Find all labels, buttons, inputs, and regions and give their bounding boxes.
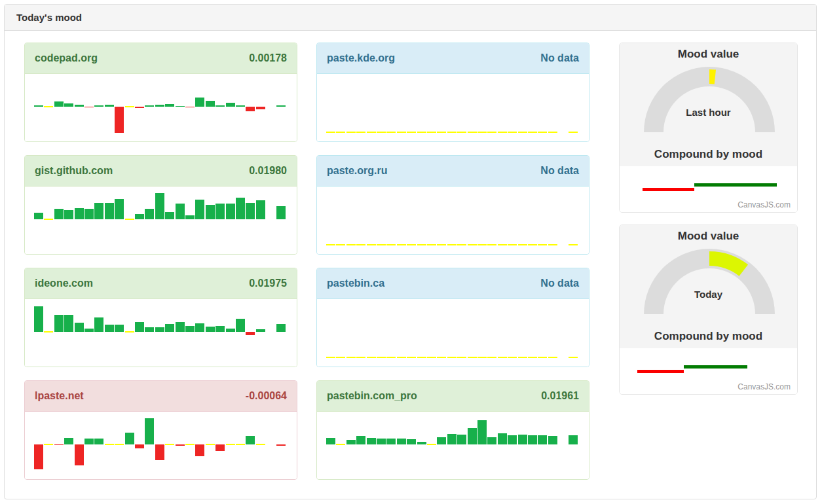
site-mood-value: 0.01961 (541, 390, 579, 402)
bar-positive (54, 209, 64, 219)
bar-positive (206, 205, 215, 219)
zero-dash (226, 444, 235, 445)
bar-positive (75, 208, 84, 219)
bar-positive (84, 329, 94, 332)
bar-positive (75, 323, 84, 332)
bar-positive (246, 436, 255, 444)
bar-positive (185, 326, 195, 332)
compound-positive-bar (684, 365, 747, 369)
bar-positive (468, 428, 477, 444)
bar-positive (34, 213, 43, 219)
bar-positive (34, 306, 43, 332)
bar-positive (145, 209, 154, 219)
zero-dash (165, 444, 174, 445)
bar-positive (155, 193, 164, 219)
bar-positive (84, 209, 94, 219)
zero-dash (447, 132, 457, 133)
zero-dash (528, 244, 537, 245)
zero-dash (498, 132, 507, 133)
bar-positive (54, 101, 64, 107)
bar-negative (246, 332, 255, 335)
bar-positive (206, 101, 215, 107)
bar-positive (256, 200, 265, 219)
zero-dash (417, 244, 426, 245)
bar-positive (84, 439, 94, 444)
site-mood-value: -0.00064 (246, 390, 287, 402)
bar-positive (145, 327, 154, 332)
zero-dash (125, 219, 134, 220)
zero-dash (336, 244, 345, 245)
bar-positive (487, 437, 496, 444)
zero-dash (367, 132, 376, 133)
bar-positive (165, 324, 174, 332)
site-mood-chart (317, 187, 589, 255)
bar-positive (236, 105, 245, 107)
zero-dash (386, 132, 396, 133)
zero-dash (437, 244, 446, 245)
zero-dash (487, 357, 496, 358)
gauge-arc (620, 249, 798, 315)
zero-dash (115, 444, 124, 445)
bar-positive (246, 203, 255, 219)
gauge-arc (620, 67, 798, 134)
site-panel-header: codepad.org 0.00178 (25, 43, 297, 74)
site-panel: pastebin.ca No data (316, 268, 589, 367)
bar-positive (54, 315, 64, 332)
zero-dash (427, 357, 436, 358)
zero-dash (457, 357, 466, 358)
bar-positive (176, 204, 185, 219)
bar-negative (34, 444, 43, 469)
site-panel: codepad.org 0.00178 (24, 43, 297, 142)
bar-positive (64, 438, 73, 444)
bar-positive (94, 105, 103, 107)
site-name: ideone.com (35, 278, 93, 289)
bar-positive (417, 442, 426, 444)
site-mood-chart (25, 187, 297, 255)
zero-dash (397, 357, 406, 358)
bar-positive (498, 433, 507, 444)
bar-positive (508, 435, 517, 444)
site-panel-header: paste.org.ru No data (317, 156, 589, 187)
bar-positive (236, 319, 245, 332)
site-name: paste.kde.org (327, 52, 395, 64)
bar-positive (145, 418, 154, 444)
site-mood-chart (25, 299, 297, 367)
compound-chart-area: CanvasJS.com (620, 348, 797, 394)
gauge-period-label: Last hour (620, 107, 797, 118)
compound-by-mood-title: Compound by mood (620, 330, 797, 343)
bar-positive (215, 326, 225, 332)
zero-dash (367, 244, 376, 245)
zero-dash (356, 357, 365, 358)
compound-chart-area: CanvasJS.com (620, 166, 797, 212)
site-mood-chart (317, 74, 589, 142)
zero-dash (548, 244, 557, 245)
canvasjs-watermark-link[interactable]: CanvasJS.com (738, 382, 791, 391)
bar-positive (256, 329, 265, 332)
zero-dash (538, 132, 547, 133)
site-mood-chart (25, 412, 297, 480)
zero-dash (407, 357, 416, 358)
zero-dash (417, 357, 426, 358)
bar-positive (326, 438, 335, 444)
site-mood-value: No data (540, 52, 579, 64)
bar-positive (176, 106, 185, 107)
bar-positive (437, 437, 446, 444)
canvasjs-watermark-link[interactable]: CanvasJS.com (738, 200, 791, 209)
zero-dash (326, 132, 335, 133)
zero-dash (386, 357, 396, 358)
bar-positive (346, 440, 356, 444)
bar-negative (195, 444, 204, 456)
compound-negative-bar (637, 370, 684, 373)
zero-dash (487, 132, 496, 133)
zero-dash (125, 106, 134, 107)
bar-positive (276, 206, 286, 219)
zero-dash (477, 357, 487, 358)
bar-negative (75, 444, 84, 465)
zero-dash (256, 444, 265, 445)
site-panel: pastebin.com_pro 0.01961 (316, 380, 589, 480)
site-panel-header: paste.kde.org No data (317, 43, 589, 74)
bar-positive (276, 105, 286, 107)
bar-negative (215, 444, 225, 451)
zero-dash (427, 244, 436, 245)
zero-dash (528, 132, 537, 133)
